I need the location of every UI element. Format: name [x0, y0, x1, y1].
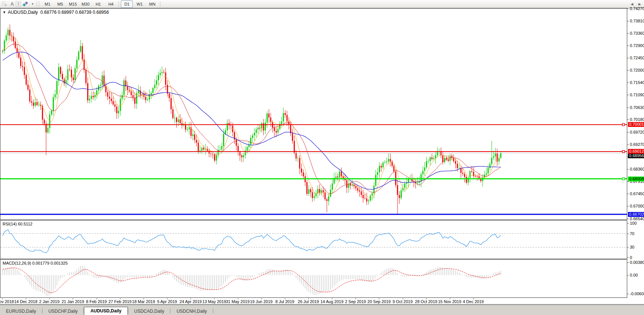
rsi-indicator-label: RSI(14) 60.5112 [3, 222, 32, 226]
chart-tab-usdchf[interactable]: USDCHF,Daily [43, 308, 84, 315]
macd-tick-mark [627, 262, 629, 263]
svg-text:F: F [5, 4, 7, 7]
macd-axis-label: 0.003804 [630, 260, 644, 265]
rsi-chart[interactable] [0, 221, 627, 259]
date-tick-label: 13 May 2019 [202, 299, 226, 304]
macd-indicator-label: MACD(12,26,9) 0.001779 0.001325 [3, 261, 67, 265]
date-tick-label: 8 Jul 2019 [275, 299, 294, 304]
date-tick-label: 27 Feb 2019 [109, 299, 132, 304]
ma-slow [3, 52, 501, 190]
date-tick-label: 14 Aug 2019 [320, 299, 343, 304]
price-tick-label: 0.66540 [630, 216, 644, 221]
price-tick-mark [627, 33, 629, 34]
price-tick-label: 0.67000 [630, 204, 644, 208]
price-tick-label: 0.71540 [630, 80, 644, 85]
timeframe-button-m15[interactable]: M15 [67, 0, 79, 8]
price-tick-mark [627, 70, 629, 71]
price-tick-mark [627, 219, 629, 219]
shapes-arrows-icon[interactable] [22, 1, 30, 7]
chart-tab-audusd[interactable]: AUDUSD,Daily [84, 307, 128, 315]
price-tick-label: 0.72000 [630, 68, 644, 72]
price-tick-mark [627, 169, 629, 169]
text-annotation-icon[interactable]: A [9, 1, 15, 7]
timeframe-button-h4[interactable]: H4 [105, 0, 117, 8]
date-tick-label: 15 Nov 2019 [438, 299, 461, 304]
date-tick-label: 14 Dec 2018 [14, 299, 37, 304]
chart-tab-usdcad[interactable]: USDCAD,Daily [128, 308, 170, 315]
fibo-grid-icon[interactable]: F [1, 1, 9, 7]
price-tick-mark [627, 21, 629, 21]
ohlc-high: 0.68997 [58, 10, 74, 15]
date-tick-label: 8 Feb 2019 [86, 299, 107, 304]
timeframe-button-w1[interactable]: W1 [133, 0, 145, 8]
current-price-label: 0.68956 [628, 153, 644, 158]
date-tick-label: 18 Mar 2019 [132, 299, 155, 304]
text-label-icon[interactable]: T [16, 1, 21, 7]
price-tick-label: 0.73810 [630, 19, 644, 23]
timeframe-button-d1[interactable]: D1 [121, 0, 133, 8]
ohlc-low: 0.68739 [75, 10, 91, 15]
resistance-1-price-label: 0.70001 [628, 122, 644, 127]
timeframe-button-m1[interactable]: M1 [41, 0, 53, 8]
price-tick-mark [627, 46, 629, 46]
price-tick-mark [627, 82, 629, 83]
rsi-tick-mark [627, 258, 629, 258]
support-1-price-label: 0.68008 [628, 177, 644, 181]
macd-tick-mark [627, 294, 629, 294]
date-tick-label: 19 Jun 2019 [250, 299, 273, 304]
date-tick-label: 2 Sep 2019 [345, 299, 366, 304]
rsi-level-label: 30 [630, 245, 634, 249]
toolbar-separator [119, 1, 119, 7]
date-tick-label: 5 Apr 2019 [157, 299, 177, 304]
price-tick-mark [627, 132, 629, 132]
symbol-period-label: AUDUSD,Daily [8, 10, 38, 15]
tab-scroll-nav: ◀ ▶ [631, 2, 641, 6]
price-tick-mark [627, 58, 629, 58]
macd-chart[interactable] [0, 260, 627, 297]
date-tick-label: 26 Jul 2019 [298, 299, 319, 304]
mt4-window: F A T ▾ M1M5M15M30H1H4D1W1MN ▼AUDUSD,Dai… [0, 0, 644, 315]
price-tick-mark [627, 107, 629, 108]
price-tick-mark [627, 95, 629, 95]
price-tick-label: 0.72450 [630, 56, 644, 60]
toolbar-drag-handle[interactable] [37, 1, 39, 7]
tab-separator [213, 309, 213, 314]
symbol-dropdown-icon[interactable]: ▼ [3, 10, 6, 14]
price-tick-mark [627, 206, 629, 206]
date-tick-label: 24 Apr 2019 [180, 299, 202, 304]
tab-scroll-left-icon[interactable]: ◀ [631, 2, 633, 6]
price-tick-label: 0.70180 [630, 117, 644, 122]
ohlc-open: 0.68776 [40, 10, 56, 15]
rsi-line [3, 230, 501, 253]
price-tick-label: 0.67450 [630, 191, 644, 196]
date-tick-label: 9 Oct 2019 [393, 299, 413, 304]
timeframe-buttons: M1M5M15M30H1H4D1W1MN [41, 0, 161, 8]
chevron-down-icon[interactable]: ▾ [31, 1, 34, 7]
macd-axis-label: -0.006087 [630, 291, 644, 296]
timeframe-button-h1[interactable]: H1 [92, 0, 104, 8]
price-tick-label: 0.71090 [630, 93, 644, 97]
candlestick-chart[interactable] [0, 9, 627, 219]
timeframe-button-m30[interactable]: M30 [79, 0, 91, 8]
price-tick-label: 0.70630 [630, 105, 644, 110]
rsi-level-label: 0 [630, 255, 632, 260]
rsi-tick-mark [627, 234, 629, 234]
chart-tab-usdcnh[interactable]: USDCNH,Daily [170, 308, 213, 315]
price-tick-mark [627, 9, 629, 9]
price-tick-label: 0.72900 [630, 43, 644, 48]
price-tick-mark [627, 194, 629, 194]
price-tick-label: 0.69270 [630, 142, 644, 147]
price-tick-label: 0.74270 [630, 6, 644, 11]
date-tick-label: 31 May 2019 [226, 299, 250, 304]
rsi-tick-mark [627, 247, 629, 247]
timeframe-button-mn[interactable]: MN [146, 0, 158, 8]
date-tick-label: 4 Dec 2019 [463, 299, 484, 304]
chart-title: ▼AUDUSD,Daily 0.68776 0.68997 0.68739 0.… [3, 10, 109, 15]
support-2-price-label: 0.66702 [628, 212, 644, 217]
tab-scroll-right-icon[interactable]: ▶ [638, 2, 641, 6]
support-1-handle [622, 178, 625, 180]
timeframe-button-m5[interactable]: M5 [54, 0, 66, 8]
chart-tab-eurusd[interactable]: EURUSD,Daily [0, 308, 42, 315]
rsi-tick-mark [627, 223, 629, 224]
date-axis[interactable]: 26 Nov 201814 Dec 20182 Jan 201921 Jan 2… [0, 298, 644, 305]
